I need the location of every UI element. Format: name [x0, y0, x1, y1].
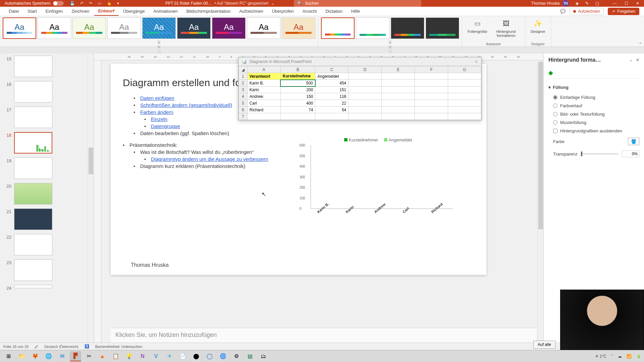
tab-ueberpruefen[interactable]: Überprüfen	[268, 7, 298, 15]
spinner-down-icon[interactable]: ▾	[389, 45, 391, 49]
taskbar-obs[interactable]: ⬤	[191, 351, 202, 361]
taskbar-outlook[interactable]: ✉	[56, 351, 68, 361]
col-b[interactable]: B	[280, 66, 315, 73]
tray-chevron-icon[interactable]: ˄	[611, 354, 613, 359]
cell-a1[interactable]: Verantwort	[247, 73, 280, 80]
slide-counter[interactable]: Folie 18 von 33	[3, 345, 29, 349]
thumb-24[interactable]	[14, 285, 52, 288]
autosave-toggle[interactable]	[53, 1, 64, 6]
col-g[interactable]: G	[448, 66, 481, 73]
transparency-input[interactable]	[622, 150, 639, 157]
transparency-slider[interactable]	[581, 153, 619, 155]
share-button[interactable]: ↗Freigeben	[608, 8, 639, 15]
start-button[interactable]: ⊞	[3, 351, 14, 361]
col-f[interactable]: F	[415, 66, 448, 73]
cell-b6[interactable]: 74	[280, 107, 315, 113]
datasheet-titlebar[interactable]: 📊 Diagramm in Microsoft PowerPoint ✕	[238, 57, 481, 66]
designer-button[interactable]: ✨Designer	[528, 17, 548, 35]
cell-b1[interactable]: Kursteilnehme	[280, 73, 315, 80]
taskbar-app2[interactable]: 💡	[123, 351, 135, 361]
taskbar-vlc[interactable]: ▲	[97, 351, 108, 361]
variant-2[interactable]	[356, 17, 389, 39]
weather-widget[interactable]: ☀ 1°C	[595, 354, 606, 359]
spinner-up-icon[interactable]: ▴	[158, 40, 160, 44]
fill-pattern-radio[interactable]: Musterfüllung	[548, 118, 639, 127]
variants-spinner[interactable]: ▴▾⋯	[387, 39, 393, 55]
corner-cell[interactable]: ◢	[239, 66, 248, 73]
variant-3[interactable]	[391, 17, 424, 39]
tab-uebergaenge[interactable]: Übergänge	[119, 7, 149, 15]
tab-einfuegen[interactable]: Einfügen	[42, 7, 67, 15]
format-background-button[interactable]: 🖼Hintergrund formatieren	[490, 17, 522, 39]
col-c[interactable]: C	[315, 66, 348, 73]
thumb-19[interactable]	[14, 158, 52, 179]
cell-a4[interactable]: Andrew	[247, 93, 280, 100]
tab-datei[interactable]: Datei	[5, 7, 23, 15]
color-picker-button[interactable]: 🪣	[628, 138, 639, 145]
spellcheck-icon[interactable]: 🖉	[35, 345, 38, 349]
language-status[interactable]: Deutsch (Österreich)	[44, 345, 78, 349]
qat-more-icon[interactable]: ▾	[117, 1, 119, 6]
cell-c5[interactable]: 22	[315, 100, 348, 107]
theme-5[interactable]: Aa	[142, 17, 176, 39]
pane-close-icon[interactable]: ✕	[636, 58, 639, 62]
theme-4[interactable]: Aa	[107, 17, 141, 39]
autosave[interactable]: Automatisches Speichern	[5, 1, 64, 6]
apply-all-button[interactable]: Auf alle	[533, 341, 555, 349]
thumb-23[interactable]	[14, 259, 52, 281]
slide-size-button[interactable]: ▭Foliengröße	[465, 17, 490, 39]
taskbar-app3[interactable]: V	[150, 351, 162, 361]
touch-mode-icon[interactable]: 👆	[107, 1, 112, 6]
record-button[interactable]: Aufzeichnen	[570, 8, 604, 15]
tab-zeichnen[interactable]: Zeichnen	[67, 7, 93, 15]
taskbar-app4[interactable]: 📄	[177, 351, 189, 361]
datasheet-grid[interactable]: ◢ A B C D E F G 1VerantwortKursteilnehme…	[238, 66, 481, 120]
taskbar-onenote[interactable]: N	[137, 351, 148, 361]
chart-object[interactable]: Kursteilnehmer Angemeldet 0 100 200 300 …	[299, 137, 453, 225]
variant-4[interactable]	[426, 17, 459, 39]
taskbar-chrome[interactable]: 🌐	[43, 351, 54, 361]
taskbar-powerpoint[interactable]: ▛	[70, 351, 81, 361]
theme-9[interactable]: Aa	[282, 17, 315, 39]
col-d[interactable]: D	[348, 66, 382, 73]
cell-b5[interactable]: 400	[280, 100, 315, 107]
close-icon[interactable]: ✕	[636, 1, 639, 6]
cell-c6[interactable]: 54	[315, 107, 348, 113]
notes-pane[interactable]: Klicken Sie, um Notizen hinzuzufügen	[111, 328, 537, 343]
cell-a2[interactable]: Karin B.	[247, 80, 280, 86]
cell-a6[interactable]: Richard	[247, 107, 280, 113]
taskbar-snip[interactable]: ✂	[83, 351, 95, 361]
editor-scrollbar[interactable]	[537, 60, 543, 343]
redo-icon[interactable]: ↷	[89, 1, 92, 6]
theme-6[interactable]: Aa	[177, 17, 211, 39]
thumb-22[interactable]	[14, 234, 52, 255]
cell-c3[interactable]: 151	[315, 86, 348, 93]
thumb-15[interactable]	[14, 56, 52, 77]
accessibility-icon[interactable]: ♿	[85, 344, 89, 349]
theme-1[interactable]: Aa	[3, 17, 36, 39]
chart-data-editor[interactable]: 📊 Diagramm in Microsoft PowerPoint ✕ ◢ A…	[238, 57, 482, 120]
cell-b4[interactable]: 150	[280, 93, 315, 100]
save-icon[interactable]: 💾	[70, 1, 75, 6]
cell-c2[interactable]: 454	[315, 80, 348, 86]
document-title[interactable]: PPT 01 Roter Faden 00… • Auf "diesem PC"…	[165, 1, 274, 6]
maximize-icon[interactable]: ☐	[625, 1, 628, 6]
thumb-scrollbar[interactable]	[88, 54, 94, 343]
variants-gallery[interactable]	[321, 17, 459, 39]
thumb-18[interactable]	[14, 132, 52, 154]
taskbar-settings[interactable]: ⚙	[231, 351, 242, 361]
tab-dictation[interactable]: Dictation	[321, 7, 346, 15]
search-input[interactable]: 🔍 Suchen	[294, 0, 421, 7]
chevron-down-icon[interactable]: ⌄	[271, 1, 274, 6]
system-tray[interactable]: ☀ 1°C ˄ ☁ 📶 🔋	[595, 354, 641, 359]
tab-bildschirmpraesentation[interactable]: Bildschirmpräsentation	[182, 7, 235, 15]
tray-onedrive-icon[interactable]: ☁	[618, 354, 622, 359]
hide-bg-checkbox[interactable]: Hintergrundgrafiken ausblenden	[548, 127, 639, 135]
tab-animationen[interactable]: Animationen	[149, 7, 181, 15]
datasheet-close-icon[interactable]: ✕	[475, 59, 478, 64]
taskbar-excel[interactable]: ▤	[244, 351, 256, 361]
cell-b2[interactable]: 500	[280, 80, 315, 86]
thumb-20[interactable]	[14, 183, 52, 204]
tab-hilfe[interactable]: Hilfe	[347, 7, 364, 15]
cell-c4[interactable]: 116	[315, 93, 348, 100]
